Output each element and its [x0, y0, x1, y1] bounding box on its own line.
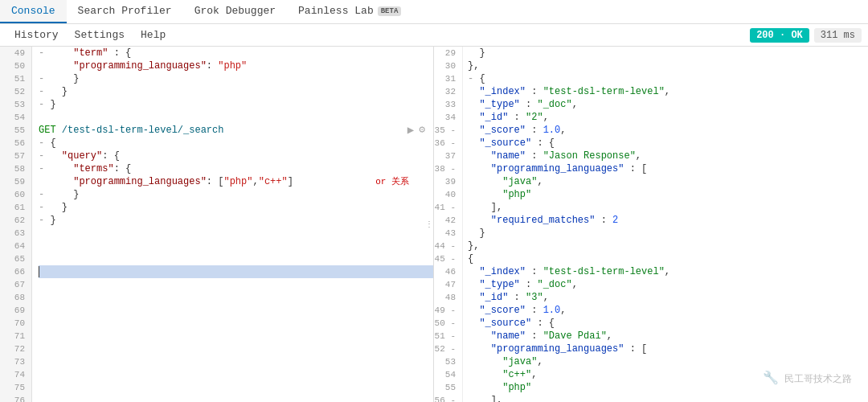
- result-line-41: 41 - ],: [434, 201, 868, 214]
- status-badge: 200 · OK: [750, 28, 809, 43]
- result-line-35: 35 - "_score" : 1.0,: [434, 124, 868, 137]
- result-line-43: 43 }: [434, 227, 868, 240]
- wrench-icon[interactable]: ⚙: [419, 124, 425, 137]
- result-line-36: 36 - "_source" : {: [434, 137, 868, 150]
- code-line-50: "programming_languages": "php": [39, 59, 433, 72]
- editor-area[interactable]: 4950515253 5455565758 5960616263 6465666…: [0, 47, 433, 402]
- result-line-56r: 56 - ],: [434, 394, 868, 402]
- result-line-38: 38 - "programming_languages" : [: [434, 162, 868, 175]
- code-line-72: [39, 343, 433, 355]
- line-numbers: 4950515253 5455565758 5960616263 6465666…: [0, 47, 32, 402]
- result-line-40: 40 "php": [434, 188, 868, 201]
- code-line-68: [39, 291, 433, 304]
- result-line-51r: 51 - "name" : "Dave Pdai",: [434, 330, 868, 343]
- code-line-49: - "term" : {: [39, 47, 433, 59]
- code-line-64: [39, 240, 433, 252]
- code-line-63: [39, 227, 433, 240]
- result-line-29: 29 }: [434, 47, 868, 59]
- result-line-55r: 55 "php": [434, 381, 868, 394]
- nav-painless-lab[interactable]: Painless Lab BETA: [287, 0, 412, 23]
- result-line-31: 31 - {: [434, 72, 868, 85]
- top-navigation: Console Search Profiler Grok Debugger Pa…: [0, 0, 868, 24]
- code-line-73: [39, 355, 433, 368]
- status-time: 311 ms: [814, 28, 862, 43]
- panel-divider[interactable]: ⋮: [425, 216, 433, 232]
- code-line-54: [39, 111, 433, 124]
- code-line-76: [39, 394, 433, 402]
- result-line-54r: 54 "c++",: [434, 368, 868, 381]
- result-line-34: 34 "_id" : "2",: [434, 111, 868, 124]
- result-line-44: 44 - },: [434, 240, 868, 252]
- code-line-67: [39, 278, 433, 291]
- code-line-59: "programming_languages": ["php","c++"] o…: [39, 175, 433, 188]
- result-line-37: 37 "name" : "Jason Response",: [434, 150, 868, 162]
- run-icon[interactable]: ▶: [407, 124, 414, 137]
- result-line-53r: 53 "java",: [434, 355, 868, 368]
- nav-grok-debugger[interactable]: Grok Debugger: [183, 0, 287, 23]
- nav-help[interactable]: Help: [133, 24, 174, 46]
- code-line-62: - }: [39, 214, 433, 227]
- result-line-30: 30 },: [434, 59, 868, 72]
- code-line-75: [39, 381, 433, 394]
- code-line-70: [39, 317, 433, 330]
- nav-history[interactable]: History: [6, 24, 67, 46]
- code-line-71: [39, 330, 433, 343]
- code-line-53: - }: [39, 98, 433, 111]
- code-line-66[interactable]: [39, 265, 433, 278]
- editor-panel[interactable]: 4950515253 5455565758 5960616263 6465666…: [0, 47, 434, 402]
- result-line-33: 33 "_type" : "_doc",: [434, 98, 868, 111]
- result-line-32: 32 "_index" : "test-dsl-term-level",: [434, 85, 868, 98]
- result-line-39: 39 "java",: [434, 175, 868, 188]
- result-line-42: 42 "required_matches" : 2: [434, 214, 868, 227]
- editor-code-content[interactable]: - "term" : { "programming_languages": "p…: [32, 47, 433, 402]
- second-navigation: History Settings Help 200 · OK 311 ms: [0, 24, 868, 47]
- result-line-49r: 49 - "_score" : 1.0,: [434, 304, 868, 317]
- code-line-57: - "query": {: [39, 150, 433, 162]
- code-line-61: - }: [39, 201, 433, 214]
- result-line-46: 46 "_index" : "test-dsl-term-level",: [434, 265, 868, 278]
- nav-console[interactable]: Console: [0, 0, 67, 23]
- code-line-65: [39, 252, 433, 265]
- result-line-50r: 50 - "_source" : {: [434, 317, 868, 330]
- code-line-58: - "terms": {: [39, 162, 433, 175]
- code-line-52: - }: [39, 85, 433, 98]
- result-line-48: 48 "_id" : "3",: [434, 291, 868, 304]
- code-line-55: GET /test-dsl-term-level/_search ▶ ⚙: [39, 124, 433, 137]
- code-line-56: - {: [39, 137, 433, 150]
- main-layout: 4950515253 5455565758 5960616263 6465666…: [0, 47, 868, 402]
- results-panel: 29 } 30 }, 31 - { 32 "_index" : "test-ds…: [434, 47, 868, 402]
- result-line-45: 45 - {: [434, 252, 868, 265]
- code-line-51: - }: [39, 72, 433, 85]
- nav-settings[interactable]: Settings: [67, 24, 133, 46]
- beta-badge: BETA: [378, 6, 402, 16]
- result-line-47: 47 "_type" : "_doc",: [434, 278, 868, 291]
- code-line-74: [39, 368, 433, 381]
- nav-search-profiler[interactable]: Search Profiler: [67, 0, 183, 23]
- or-relation-annotation: or 关系: [375, 175, 409, 188]
- code-line-69: [39, 304, 433, 317]
- code-line-60: - }: [39, 188, 433, 201]
- result-line-52r: 52 - "programming_languages" : [: [434, 343, 868, 355]
